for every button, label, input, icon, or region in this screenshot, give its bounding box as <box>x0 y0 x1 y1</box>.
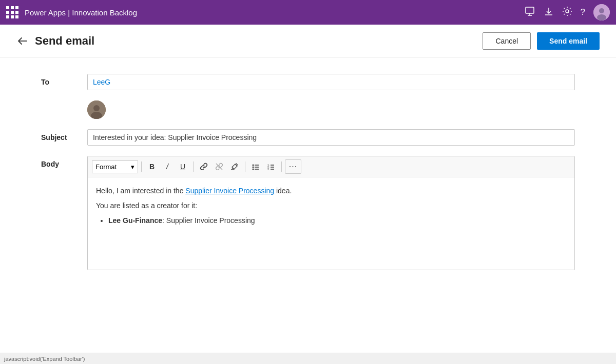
subject-input[interactable] <box>87 129 575 146</box>
svg-point-17 <box>253 169 254 170</box>
body-row: Body Format ▾ B / U <box>41 156 575 270</box>
to-field-wrapper <box>87 74 575 90</box>
page-title: Send email <box>35 34 94 48</box>
body-label: Body <box>41 156 87 168</box>
svg-point-13 <box>253 165 254 166</box>
toolbar-separator-2 <box>193 161 194 172</box>
format-label: Format <box>95 163 117 171</box>
list-item-post: : Supplier Invoice Processing <box>162 216 255 225</box>
italic-button[interactable]: / <box>160 159 175 174</box>
subject-label: Subject <box>41 129 87 141</box>
body-list: Lee Gu-Finance: Supplier Invoice Process… <box>108 215 566 226</box>
toolbar-separator-1 <box>141 161 142 172</box>
to-row: To <box>41 74 575 90</box>
status-text: javascript:void('Expand Toolbar') <box>4 356 85 362</box>
toolbar-separator-4 <box>281 161 282 172</box>
body-line1: Hello, I am interested in the Supplier I… <box>96 186 566 196</box>
navbar-left: Power Apps | Innovation Backlog <box>6 6 137 18</box>
body-line2: You are listed as a creator for it: <box>96 200 566 211</box>
body-line1-pre: Hello, I am interested in the <box>96 187 185 195</box>
page-header: Send email Cancel Send email <box>0 25 616 57</box>
svg-rect-0 <box>526 7 534 13</box>
navbar-brand: Power Apps | Innovation Backlog <box>25 8 137 17</box>
svg-text:3.: 3. <box>267 168 270 171</box>
settings-icon[interactable] <box>562 6 572 19</box>
format-dropdown[interactable]: Format ▾ <box>92 160 138 173</box>
body-list-item: Lee Gu-Finance: Supplier Invoice Process… <box>108 215 566 226</box>
svg-point-7 <box>599 8 604 13</box>
svg-point-15 <box>253 167 254 168</box>
bold-button[interactable]: B <box>145 159 159 174</box>
send-email-button[interactable]: Send email <box>537 32 600 50</box>
navbar-right: ? <box>525 4 610 21</box>
more-options-button[interactable]: ··· <box>285 159 301 174</box>
back-button[interactable] <box>16 35 29 47</box>
screen-icon[interactable] <box>525 6 535 19</box>
user-avatar[interactable] <box>593 4 610 21</box>
chevron-down-icon: ▾ <box>131 163 134 171</box>
insert-link-button[interactable] <box>197 159 211 174</box>
remove-link-button[interactable] <box>212 159 226 174</box>
status-bar: javascript:void('Expand Toolbar') <box>0 353 616 364</box>
waffle-icon[interactable] <box>6 6 18 18</box>
svg-point-10 <box>93 105 100 111</box>
to-label: To <box>41 74 87 86</box>
download-icon[interactable] <box>544 6 554 19</box>
svg-point-5 <box>566 10 569 13</box>
navbar: Power Apps | Innovation Backlog ? <box>0 0 616 25</box>
editor-body[interactable]: Hello, I am interested in the Supplier I… <box>88 177 574 270</box>
highlight-button[interactable] <box>227 159 242 174</box>
more-icon: ··· <box>289 162 297 171</box>
to-input[interactable] <box>87 74 575 90</box>
main-content: To Subject Body Format ▾ <box>0 57 616 297</box>
svg-point-8 <box>597 14 606 21</box>
body-line1-post: idea. <box>274 187 292 195</box>
supplier-invoice-link[interactable]: Supplier Invoice Processing <box>185 187 274 195</box>
unordered-list-button[interactable] <box>248 159 263 174</box>
editor-toolbar: Format ▾ B / U <box>88 156 574 177</box>
list-item-bold: Lee Gu-Finance <box>108 216 162 225</box>
ordered-list-button[interactable]: 1.2.3. <box>264 159 278 174</box>
cancel-button[interactable]: Cancel <box>483 32 531 50</box>
contact-avatar-row <box>87 100 575 119</box>
subject-field-wrapper <box>87 129 575 146</box>
subject-row: Subject <box>41 129 575 146</box>
help-icon[interactable]: ? <box>581 7 585 17</box>
page-header-left: Send email <box>16 34 94 48</box>
underline-button[interactable]: U <box>176 159 190 174</box>
page-header-actions: Cancel Send email <box>483 32 600 50</box>
contact-avatar <box>87 100 106 119</box>
body-editor-wrapper: Format ▾ B / U <box>87 156 575 270</box>
toolbar-separator-3 <box>245 161 245 172</box>
